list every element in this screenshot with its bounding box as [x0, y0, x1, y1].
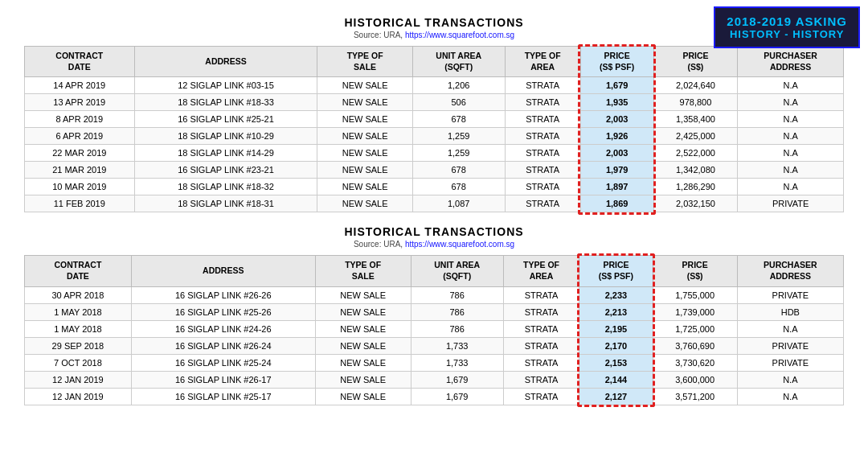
table-cell: NEW SALE	[317, 145, 412, 162]
section1-source-link[interactable]: https://www.squarefoot.com.sg	[405, 31, 514, 39]
table-cell: 2,003	[580, 145, 653, 162]
table-cell: 29 SEP 2018	[25, 337, 132, 354]
col-price-s-2: PRICE(S$)	[653, 256, 737, 286]
table-cell: 16 SIGLAP LINK #26-24	[131, 337, 315, 354]
table-cell: 2,032,150	[653, 195, 738, 212]
table-cell: 2,195	[579, 320, 653, 337]
table-cell: 786	[411, 303, 503, 320]
table-cell: 678	[412, 111, 505, 128]
table-cell: 8 APR 2019	[25, 111, 135, 128]
top-box-line2: HISTORY - HISTORY	[727, 28, 847, 40]
table-cell: N.A	[738, 94, 844, 111]
table-cell: 2,003	[580, 111, 653, 128]
table-cell: 16 SIGLAP LINK #24-26	[131, 320, 315, 337]
table-cell: STRATA	[503, 303, 579, 320]
table-cell: STRATA	[505, 195, 580, 212]
table-cell: 2,127	[579, 388, 653, 405]
table-cell: STRATA	[503, 320, 579, 337]
table-row: 12 JAN 201916 SIGLAP LINK #25-17NEW SALE…	[25, 388, 844, 405]
table-cell: 16 SIGLAP LINK #26-26	[131, 286, 315, 303]
table-cell: 3,600,000	[653, 371, 737, 388]
section1-table: CONTRACTDATE ADDRESS TYPE OFSALE UNIT AR…	[24, 46, 844, 212]
table-cell: NEW SALE	[317, 77, 412, 94]
table-cell: 18 SIGLAP LINK #18-32	[134, 179, 317, 195]
table-cell: 978,800	[653, 94, 738, 111]
table-cell: 22 MAR 2019	[25, 145, 135, 162]
table-cell: NEW SALE	[315, 337, 411, 354]
table-cell: 1,679	[580, 77, 653, 94]
table-cell: 2,233	[579, 286, 653, 303]
table-cell: STRATA	[503, 388, 579, 405]
table-cell: NEW SALE	[315, 371, 411, 388]
table-cell: N.A	[738, 145, 844, 162]
table-row: 13 APR 201918 SIGLAP LINK #18-33NEW SALE…	[25, 94, 844, 111]
table-cell: STRATA	[505, 179, 580, 195]
table-cell: 12 JAN 2019	[25, 388, 132, 405]
table-cell: 1,206	[412, 77, 505, 94]
table-cell: 1,869	[580, 195, 653, 212]
col-price-psf-2: PRICE(S$ PSF)	[579, 256, 653, 286]
table-cell: N.A	[738, 111, 844, 128]
table-cell: 1,979	[580, 162, 653, 179]
table-cell: NEW SALE	[317, 179, 412, 195]
table-cell: 14 APR 2019	[25, 77, 135, 94]
col-contract-date-1: CONTRACTDATE	[25, 47, 135, 77]
table-cell: 12 SIGLAP LINK #03-15	[134, 77, 317, 94]
table-row: 30 APR 201816 SIGLAP LINK #26-26NEW SALE…	[25, 286, 844, 303]
col-type-area-2: TYPE OFAREA	[503, 256, 579, 286]
table-cell: 786	[411, 286, 503, 303]
col-price-s-1: PRICE(S$)	[653, 47, 738, 77]
section2-table: CONTRACTDATE ADDRESS TYPE OFSALE UNIT AR…	[24, 255, 844, 405]
table-cell: 6 APR 2019	[25, 128, 135, 145]
table-cell: 1,733	[411, 354, 503, 371]
table2-header-row: CONTRACTDATE ADDRESS TYPE OFSALE UNIT AR…	[25, 256, 844, 286]
table-cell: 1,259	[412, 145, 505, 162]
section2-source-link[interactable]: https://www.squarefoot.com.sg	[405, 240, 514, 249]
table-cell: HDB	[737, 303, 843, 320]
table-cell: 12 JAN 2019	[25, 371, 132, 388]
table-cell: 678	[412, 162, 505, 179]
table-cell: N.A	[738, 128, 844, 145]
table-row: 29 SEP 201816 SIGLAP LINK #26-24NEW SALE…	[25, 337, 844, 354]
table-cell: 1,342,080	[653, 162, 738, 179]
table-cell: STRATA	[503, 286, 579, 303]
table-cell: STRATA	[505, 111, 580, 128]
table-cell: 16 SIGLAP LINK #25-26	[131, 303, 315, 320]
table-cell: NEW SALE	[317, 128, 412, 145]
table-cell: NEW SALE	[315, 354, 411, 371]
col-type-area-1: TYPE OFAREA	[505, 47, 580, 77]
col-unit-area-2: UNIT AREA(SQFT)	[411, 256, 503, 286]
table-cell: 2,024,640	[653, 77, 738, 94]
table-cell: NEW SALE	[317, 162, 412, 179]
section2-title: HISTORICAL TRANSACTIONS	[24, 225, 844, 238]
table-cell: STRATA	[505, 162, 580, 179]
table-cell: PRIVATE	[737, 286, 843, 303]
col-type-sale-2: TYPE OFSALE	[315, 256, 411, 286]
table-cell: 2,153	[579, 354, 653, 371]
table-cell: 2,425,000	[653, 128, 738, 145]
table-cell: 1,739,000	[653, 303, 737, 320]
table-cell: 1,733	[411, 337, 503, 354]
table-cell: N.A	[738, 179, 844, 195]
table-row: 14 APR 201912 SIGLAP LINK #03-15NEW SALE…	[25, 77, 844, 94]
table-cell: STRATA	[505, 145, 580, 162]
table-cell: STRATA	[505, 77, 580, 94]
table-cell: 16 SIGLAP LINK #25-17	[131, 388, 315, 405]
table-row: 11 FEB 201918 SIGLAP LINK #18-31NEW SALE…	[25, 195, 844, 212]
table-row: 10 MAR 201918 SIGLAP LINK #18-32NEW SALE…	[25, 179, 844, 195]
table-cell: STRATA	[503, 371, 579, 388]
table-cell: 18 SIGLAP LINK #14-29	[134, 145, 317, 162]
col-price-psf-1: PRICE(S$ PSF)	[580, 47, 653, 77]
table-cell: 3,730,620	[653, 354, 737, 371]
col-purchaser-1: PURCHASERADDRESS	[738, 47, 844, 77]
table-cell: 2,213	[579, 303, 653, 320]
table-row: 1 MAY 201816 SIGLAP LINK #25-26NEW SALE7…	[25, 303, 844, 320]
col-purchaser-2: PURCHASERADDRESS	[737, 256, 843, 286]
table-cell: PRIVATE	[737, 354, 843, 371]
table-cell: 1 MAY 2018	[25, 303, 132, 320]
table-row: 1 MAY 201816 SIGLAP LINK #24-26NEW SALE7…	[25, 320, 844, 337]
table-cell: 18 SIGLAP LINK #18-33	[134, 94, 317, 111]
table-cell: 13 APR 2019	[25, 94, 135, 111]
table-cell: 7 OCT 2018	[25, 354, 132, 371]
section2: HISTORICAL TRANSACTIONS Source: URA, htt…	[24, 225, 844, 405]
